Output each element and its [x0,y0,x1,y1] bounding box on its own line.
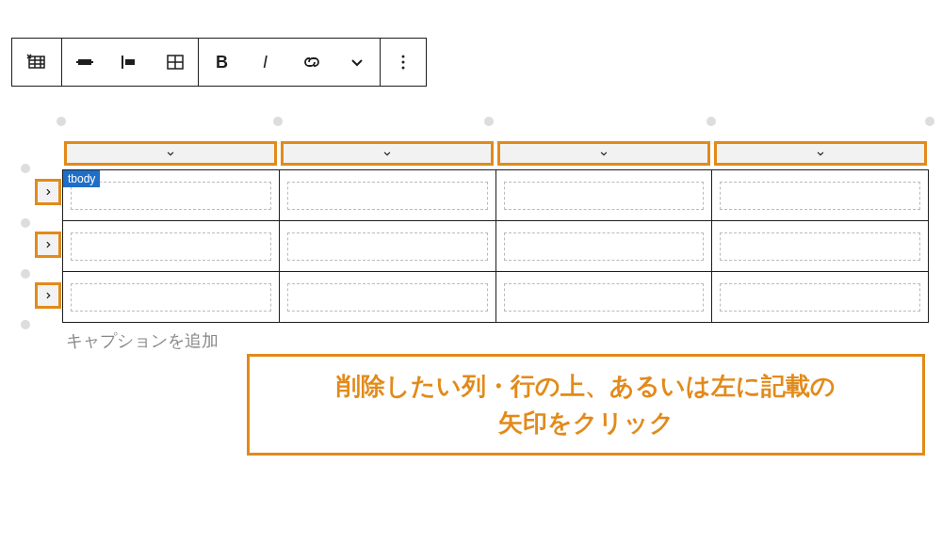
tbody-tag: tbody [63,170,100,187]
align-left-button[interactable] [107,39,153,86]
table-cell[interactable] [279,221,495,272]
selection-dot [21,320,30,329]
table-cell[interactable] [495,221,712,272]
column-handle[interactable] [281,141,494,166]
svg-point-11 [402,67,405,70]
align-button[interactable] [62,39,107,86]
svg-rect-3 [125,59,135,65]
table-cell[interactable] [712,221,929,272]
selection-dot [57,117,66,126]
selection-dot [21,218,30,228]
svg-point-9 [402,56,405,58]
table-cell[interactable] [712,272,929,323]
row-handle[interactable] [35,179,61,205]
svg-text:B: B [216,53,228,72]
selection-dot [273,117,283,126]
annotation-line1: 削除したい列・行の上、あるいは左に記載の [267,368,905,405]
table-cell[interactable] [63,272,280,323]
selection-dot [706,117,716,126]
selection-dot [21,164,30,173]
svg-text:I: I [263,53,268,72]
table-block-icon[interactable] [12,39,61,86]
table-row [63,170,929,221]
table-block[interactable] [62,169,929,323]
selection-dot [925,117,934,126]
caption-placeholder[interactable]: キャプションを追加 [66,329,219,352]
table-cell[interactable] [495,272,712,323]
table-cell[interactable] [712,170,929,221]
column-handles [62,141,929,166]
italic-button[interactable]: I [244,39,289,86]
selection-dot [21,269,30,279]
column-handle[interactable] [64,141,277,166]
table-row [63,221,929,272]
table-cell[interactable] [279,272,495,323]
table-cell[interactable] [279,170,495,221]
table-cell[interactable] [63,221,280,272]
table-row [63,272,929,323]
row-handle[interactable] [35,232,61,258]
table-cell[interactable] [495,170,712,221]
column-handle[interactable] [497,141,710,166]
more-formatting-button[interactable] [334,39,380,86]
background-heading [9,0,688,38]
selection-dot [484,117,494,126]
bold-button[interactable]: B [199,39,244,86]
column-handle[interactable] [714,141,927,166]
block-toolbar: B I [11,38,427,87]
annotation-line2: 矢印をクリック [267,405,905,441]
svg-point-10 [402,61,405,64]
link-button[interactable] [289,39,334,86]
edit-table-button[interactable] [153,39,198,86]
options-button[interactable] [381,39,426,86]
annotation-callout: 削除したい列・行の上、あるいは左に記載の 矢印をクリック [247,354,925,456]
row-handle[interactable] [35,282,61,309]
